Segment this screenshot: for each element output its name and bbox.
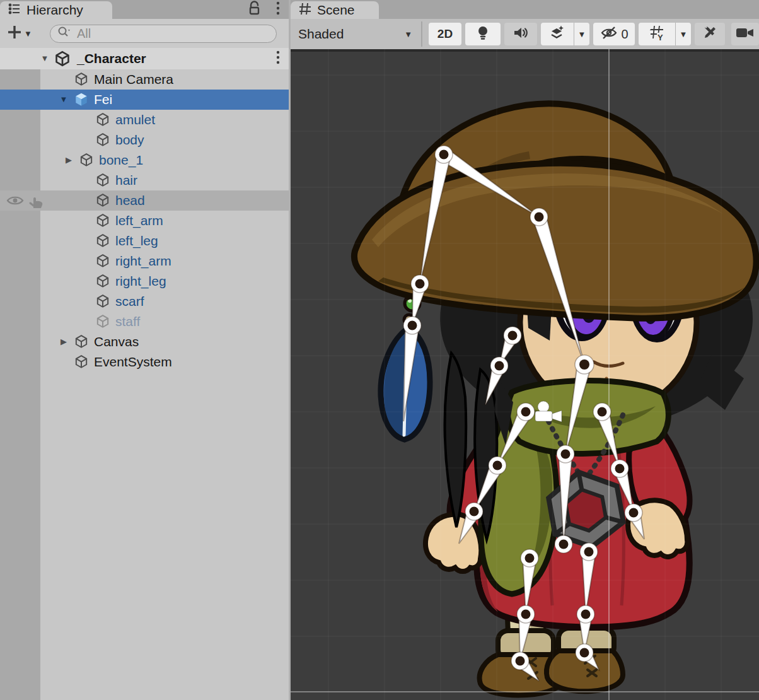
scene-panel: Scene Shaded ▼ 2D	[291, 0, 759, 700]
grid-axis-icon: Y	[649, 25, 664, 44]
collapse-arrow-icon[interactable]	[61, 150, 77, 170]
effects-visibility-group: ▼	[541, 23, 589, 45]
hierarchy-item-label: left_arm	[115, 213, 163, 228]
scene-viewport[interactable]	[291, 49, 759, 700]
scene-effects-button[interactable]	[541, 23, 574, 45]
hierarchy-item-label: hair	[115, 173, 137, 188]
prefab-cube-icon	[72, 92, 91, 107]
hidden-objects-button[interactable]: 0	[593, 23, 635, 45]
effects-dropdown-caret[interactable]: ▼	[574, 23, 589, 45]
hierarchy-item-label: EventSystem	[94, 354, 172, 370]
hierarchy-tab-icon	[8, 2, 21, 18]
hierarchy-item-canvas[interactable]: Canvas	[0, 332, 289, 352]
hierarchy-item-scarf[interactable]: scarf	[0, 291, 289, 312]
cube-icon	[93, 294, 112, 309]
hierarchy-item-hair[interactable]: hair	[0, 170, 289, 190]
hierarchy-item-label: right_leg	[115, 274, 166, 289]
hierarchy-toolbar: ▼	[0, 19, 289, 48]
add-object-button[interactable]: ▼	[6, 24, 32, 43]
hierarchy-tree: _Character Main Camera Fei	[0, 48, 289, 700]
cube-icon	[93, 314, 112, 329]
lock-icon[interactable]	[248, 1, 262, 18]
hierarchy-item-label: staff	[115, 314, 140, 329]
add-caret-icon: ▼	[24, 29, 32, 38]
scene-audio-button[interactable]	[504, 23, 537, 45]
camera-icon	[736, 26, 755, 42]
cube-icon	[93, 274, 112, 289]
hierarchy-item-label: head	[115, 193, 145, 208]
scene-tools-button[interactable]	[695, 23, 725, 45]
cube-icon	[72, 334, 91, 349]
hierarchy-item-body[interactable]: body	[0, 130, 289, 150]
pick-hand-icon[interactable]	[28, 194, 44, 212]
svg-text:Y: Y	[658, 33, 663, 41]
search-input[interactable]	[76, 26, 261, 42]
search-icon	[57, 25, 72, 42]
hierarchy-search[interactable]	[50, 25, 277, 43]
shading-mode-label: Shaded	[298, 26, 344, 42]
eye-icon[interactable]	[6, 193, 24, 211]
cube-icon	[72, 72, 91, 87]
hierarchy-item-label: amulet	[115, 112, 155, 127]
hierarchy-item-label: left_leg	[115, 233, 158, 248]
cube-icon	[93, 112, 112, 127]
tab-hierarchy[interactable]: Hierarchy	[0, 1, 112, 19]
grid-dropdown-caret[interactable]: ▼	[675, 23, 691, 45]
hidden-count-label: 0	[621, 27, 628, 42]
hierarchy-item-staff[interactable]: staff	[0, 312, 289, 332]
chevron-down-icon: ▼	[578, 30, 586, 39]
hierarchy-item-label: _Character	[77, 51, 146, 66]
scene-tab-label: Scene	[317, 3, 355, 18]
layers-sparkle-icon	[549, 25, 565, 44]
scene-camera-button[interactable]	[731, 23, 759, 45]
hierarchy-menu-icon[interactable]	[276, 1, 280, 18]
tab-scene[interactable]: Scene	[291, 1, 379, 19]
hierarchy-tab-label: Hierarchy	[26, 3, 83, 18]
hierarchy-item-fei[interactable]: Fei	[0, 90, 289, 110]
wrench-pencil-icon	[702, 25, 718, 44]
hierarchy-item-label: bone_1	[99, 153, 143, 168]
expand-arrow-icon[interactable]	[37, 49, 53, 69]
hierarchy-item-label: Main Camera	[94, 72, 173, 87]
collapse-arrow-icon[interactable]	[55, 332, 72, 352]
grid-visibility-button[interactable]: Y	[639, 23, 675, 45]
hierarchy-item-right-arm[interactable]: right_arm	[0, 251, 289, 271]
2d-mode-label: 2D	[437, 27, 453, 41]
scene-menu-icon[interactable]	[276, 50, 280, 67]
cube-icon	[93, 233, 112, 248]
hierarchy-item-label: Canvas	[94, 334, 139, 349]
hierarchy-item-character-root[interactable]: _Character	[0, 48, 289, 69]
hierarchy-item-label: right_arm	[115, 254, 171, 269]
expand-arrow-icon[interactable]	[55, 90, 72, 110]
hierarchy-item-right-leg[interactable]: right_leg	[0, 271, 289, 291]
hierarchy-panel: Hierarchy ▼	[0, 0, 289, 700]
toolbar-divider	[421, 21, 422, 47]
scene-lighting-button[interactable]	[465, 23, 501, 45]
cube-icon	[93, 173, 112, 188]
hierarchy-item-eventsystem[interactable]: EventSystem	[0, 352, 289, 372]
cube-icon	[93, 213, 112, 228]
hierarchy-item-label: Fei	[94, 92, 112, 107]
unity-editor-window: Hierarchy ▼	[0, 0, 759, 700]
hierarchy-item-label: body	[115, 132, 144, 148]
cube-icon	[77, 153, 96, 168]
grid-settings-group: Y ▼	[639, 23, 691, 45]
scene-tabbar: Scene	[291, 0, 759, 19]
hierarchy-item-main-camera[interactable]: Main Camera	[0, 69, 289, 90]
hierarchy-tabbar: Hierarchy	[0, 0, 289, 19]
hierarchy-item-amulet[interactable]: amulet	[0, 110, 289, 130]
hierarchy-item-bone-1[interactable]: bone_1	[0, 150, 289, 170]
add-icon	[6, 24, 23, 43]
chevron-down-icon: ▼	[404, 30, 412, 39]
hierarchy-item-head[interactable]: head	[0, 190, 289, 211]
light-bulb-icon	[475, 25, 490, 44]
cube-icon	[93, 254, 112, 269]
speaker-icon	[513, 25, 529, 43]
shading-mode-dropdown[interactable]: Shaded ▼	[296, 23, 419, 45]
hierarchy-item-left-arm[interactable]: left_arm	[0, 211, 289, 231]
eye-slash-icon	[600, 25, 618, 43]
2d-mode-button[interactable]: 2D	[429, 23, 461, 45]
chevron-down-icon: ▼	[680, 30, 688, 39]
hierarchy-item-left-leg[interactable]: left_leg	[0, 231, 289, 251]
unity-scene-icon	[53, 51, 72, 66]
